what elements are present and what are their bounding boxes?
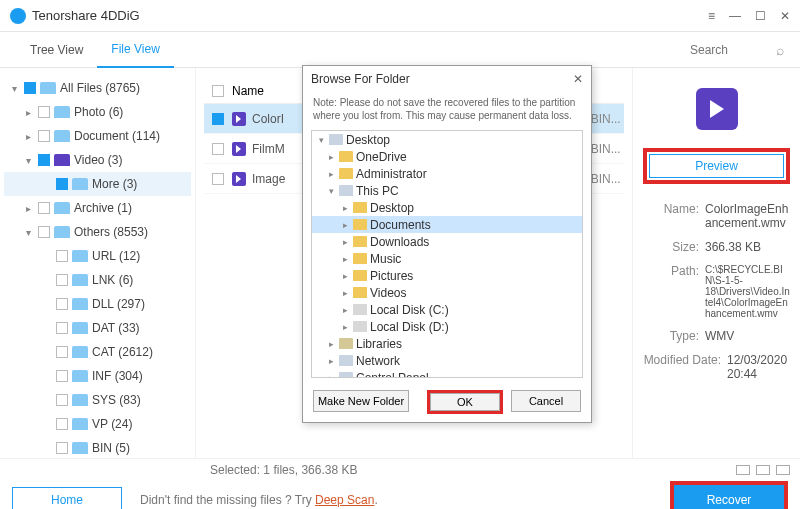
minimize-icon[interactable]: —	[729, 9, 741, 23]
ok-button[interactable]: OK	[430, 393, 500, 411]
prop-mod-v: 12/03/2020 20:44	[727, 353, 790, 381]
ft-desktop[interactable]: ▾Desktop	[312, 131, 582, 148]
sidebar-item-photo[interactable]: ▸Photo (6)	[4, 100, 191, 124]
prop-name-l: Name:	[643, 202, 699, 230]
ft-libraries[interactable]: ▸Libraries	[312, 335, 582, 352]
ft-control[interactable]: ▸Control Panel	[312, 369, 582, 378]
browse-folder-dialog: Browse For Folder ✕ Note: Please do not …	[302, 65, 592, 423]
sidebar-item-inf[interactable]: INF (304)	[4, 364, 191, 388]
titlebar: Tenorshare 4DDiG ≡ — ☐ ✕	[0, 0, 800, 32]
sidebar-item-cat[interactable]: CAT (2612)	[4, 340, 191, 364]
ft-thispc[interactable]: ▾This PC	[312, 182, 582, 199]
close-icon[interactable]: ✕	[780, 9, 790, 23]
make-new-folder-button[interactable]: Make New Folder	[313, 390, 409, 412]
sidebar-item-archive[interactable]: ▸Archive (1)	[4, 196, 191, 220]
footer: Home Didn't find the missing files ? Try…	[0, 480, 800, 509]
ft-onedrive[interactable]: ▸OneDrive	[312, 148, 582, 165]
ft-network[interactable]: ▸Network	[312, 352, 582, 369]
sidebar-item-more[interactable]: More (3)	[4, 172, 191, 196]
sidebar-item-video[interactable]: ▾Video (3)	[4, 148, 191, 172]
preview-button[interactable]: Preview	[649, 154, 784, 178]
ft-documents[interactable]: ▸Documents	[312, 216, 582, 233]
maximize-icon[interactable]: ☐	[755, 9, 766, 23]
sidebar-item-lnk[interactable]: LNK (6)	[4, 268, 191, 292]
col-name[interactable]: Name	[232, 84, 264, 98]
video-icon	[232, 172, 246, 186]
sidebar-item-url[interactable]: URL (12)	[4, 244, 191, 268]
row-checkbox[interactable]	[212, 113, 224, 125]
prop-name-v: ColorImageEnhancement.wmv	[705, 202, 790, 230]
ft-videos[interactable]: ▸Videos	[312, 284, 582, 301]
sidebar: ▾All Files (8765) ▸Photo (6) ▸Document (…	[0, 68, 196, 458]
sidebar-item-bin[interactable]: BIN (5)	[4, 436, 191, 458]
ft-pc-desktop[interactable]: ▸Desktop	[312, 199, 582, 216]
sidebar-item-allfiles[interactable]: ▾All Files (8765)	[4, 76, 191, 100]
ft-admin[interactable]: ▸Administrator	[312, 165, 582, 182]
ok-highlight: OK	[427, 390, 503, 414]
statusbar: Selected: 1 files, 366.38 KB	[0, 458, 800, 480]
sidebar-item-dll[interactable]: DLL (297)	[4, 292, 191, 316]
row-checkbox[interactable]	[212, 143, 224, 155]
prop-path-l: Path:	[643, 264, 699, 319]
video-icon	[232, 142, 246, 156]
ft-pictures[interactable]: ▸Pictures	[312, 267, 582, 284]
search-input[interactable]	[690, 43, 770, 57]
cancel-button[interactable]: Cancel	[511, 390, 581, 412]
prop-type-l: Type:	[643, 329, 699, 343]
select-all-checkbox[interactable]	[212, 85, 224, 97]
preview-thumbnail-icon	[696, 88, 738, 130]
dialog-note: Note: Please do not save the recovered f…	[303, 92, 591, 126]
prop-path-v: C:\$RECYCLE.BIN\S-1-5-18\Drivers\Video.I…	[705, 264, 790, 319]
preview-highlight: Preview	[643, 148, 790, 184]
prop-size-l: Size:	[643, 240, 699, 254]
row-checkbox[interactable]	[212, 173, 224, 185]
view-list-icon[interactable]	[736, 465, 750, 475]
dialog-close-icon[interactable]: ✕	[573, 72, 583, 86]
home-button[interactable]: Home	[12, 487, 122, 509]
tab-tree-view[interactable]: Tree View	[16, 32, 97, 68]
hint-text: Didn't find the missing files ? Try Deep…	[140, 493, 378, 507]
app-title: Tenorshare 4DDiG	[32, 8, 140, 23]
ft-music[interactable]: ▸Music	[312, 250, 582, 267]
preview-panel: Preview Name:ColorImageEnhancement.wmv S…	[632, 68, 800, 458]
sidebar-item-dat[interactable]: DAT (33)	[4, 316, 191, 340]
recover-button[interactable]: Recover	[674, 485, 784, 509]
sidebar-item-document[interactable]: ▸Document (114)	[4, 124, 191, 148]
deep-scan-link[interactable]: Deep Scan	[315, 493, 374, 507]
tab-file-view[interactable]: File View	[97, 32, 173, 68]
selection-status: Selected: 1 files, 366.38 KB	[210, 463, 357, 477]
sidebar-item-vp[interactable]: VP (24)	[4, 412, 191, 436]
recover-highlight: Recover	[670, 481, 788, 509]
view-detail-icon[interactable]	[756, 465, 770, 475]
search-box[interactable]: ⌕	[690, 42, 784, 58]
sidebar-item-others[interactable]: ▾Others (8553)	[4, 220, 191, 244]
ft-diskd[interactable]: ▸Local Disk (D:)	[312, 318, 582, 335]
prop-mod-l: Modified Date:	[643, 353, 721, 381]
ft-diskc[interactable]: ▸Local Disk (C:)	[312, 301, 582, 318]
ft-downloads[interactable]: ▸Downloads	[312, 233, 582, 250]
prop-type-v: WMV	[705, 329, 734, 343]
search-icon[interactable]: ⌕	[776, 42, 784, 58]
prop-size-v: 366.38 KB	[705, 240, 761, 254]
video-icon	[232, 112, 246, 126]
dialog-titlebar: Browse For Folder ✕	[303, 66, 591, 92]
menu-icon[interactable]: ≡	[708, 9, 715, 23]
tabs-row: Tree View File View ⌕	[0, 32, 800, 68]
folder-tree[interactable]: ▾Desktop ▸OneDrive ▸Administrator ▾This …	[311, 130, 583, 378]
sidebar-item-sys[interactable]: SYS (83)	[4, 388, 191, 412]
dialog-title: Browse For Folder	[311, 72, 410, 86]
app-logo-icon	[10, 8, 26, 24]
view-grid-icon[interactable]	[776, 465, 790, 475]
